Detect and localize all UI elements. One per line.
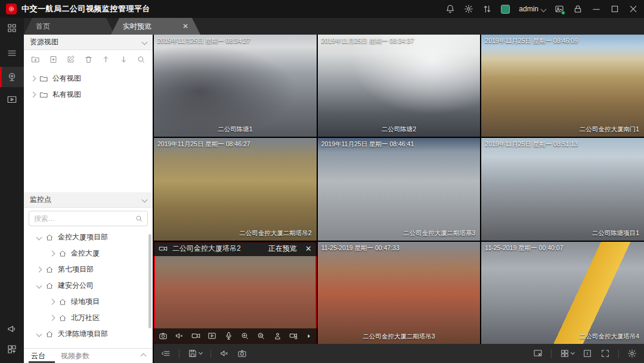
data-transfer-icon[interactable] — [482, 4, 492, 14]
video-cell[interactable]: 2019年11月25日 星期一 08:51:13 二公司陈塘项目1 — [481, 138, 644, 240]
tree-item-site[interactable]: 第七项目部 — [24, 262, 153, 278]
chevron-right-icon[interactable] — [30, 92, 36, 98]
tab-live-preview[interactable]: 实时预览 ✕ — [111, 18, 200, 35]
fullscreen-icon[interactable] — [600, 349, 610, 358]
add-view-icon[interactable] — [49, 55, 58, 64]
snapshot-icon[interactable] — [159, 331, 168, 340]
divider — [210, 349, 211, 358]
alarm-broadcast-icon[interactable] — [0, 319, 24, 339]
tree-item-site[interactable]: 金控大厦 — [24, 245, 153, 262]
chevron-right-icon[interactable] — [49, 299, 55, 305]
talk-mic-icon[interactable] — [224, 331, 233, 340]
notification-bell-icon[interactable] — [445, 4, 455, 14]
svg-text:3D: 3D — [259, 334, 264, 337]
apps-grid-icon[interactable] — [0, 18, 24, 38]
chevron-down-icon[interactable] — [36, 331, 42, 337]
chevron-right-icon[interactable] — [36, 267, 42, 273]
settings-gear-icon[interactable] — [464, 4, 473, 14]
monitor-tree: 金控大厦项目部 金控大厦 第七项目部 — [24, 229, 153, 348]
close-icon[interactable]: ✕ — [305, 244, 312, 253]
lock-icon[interactable] — [573, 4, 583, 14]
tree-item-label: 私有视图 — [52, 90, 81, 100]
video-cell[interactable]: 2019年11月25日 星期一 08:34:27 二公司陈塘1 — [154, 35, 317, 137]
mute-icon[interactable] — [175, 331, 184, 340]
tree-item-public-views[interactable]: 公有视图 — [24, 70, 153, 87]
playback-monitor-icon[interactable] — [0, 90, 24, 110]
chevron-down-icon[interactable] — [36, 235, 42, 241]
camera-label: 二公司金控大厦塔吊4 — [580, 333, 639, 341]
tree-item-private-views[interactable]: 私有视图 — [24, 87, 153, 103]
resource-view-title: 资源视图 — [30, 37, 58, 47]
chevron-right-icon[interactable] — [49, 315, 55, 321]
move-down-icon[interactable] — [119, 55, 128, 64]
resource-view-header[interactable]: 资源视图 — [24, 35, 153, 50]
close-icon[interactable] — [628, 4, 638, 14]
maximize-icon[interactable] — [610, 4, 620, 14]
video-cell[interactable]: 11-25-2019 星期一 00:47:33 二公司金控大厦二期塔吊3 — [318, 242, 481, 344]
titlebar-actions: admin — [445, 4, 638, 14]
left-panel: 资源视图 — [24, 35, 154, 363]
video-cell-selected[interactable]: 二公司金控大厦塔吊2 正在预览 ✕ — [154, 242, 317, 344]
tree-item-site[interactable]: 天津陈塘项目部 — [24, 326, 153, 342]
app-box-icon[interactable] — [501, 5, 510, 14]
more-icon[interactable] — [306, 333, 312, 339]
record-icon[interactable] — [191, 331, 200, 340]
video-cell[interactable]: 2019年11月25日 星期一 08:46:41 二公司金控大厦二期塔基3 — [318, 138, 481, 240]
tree-item-label: 第七项目部 — [58, 264, 94, 275]
chevron-right-icon[interactable] — [30, 76, 36, 82]
folder-icon — [39, 90, 48, 99]
settings-gear-icon[interactable] — [627, 349, 637, 358]
site-icon — [45, 266, 54, 274]
tree-item-site[interactable]: 绿地项目 — [24, 294, 153, 310]
menu-icon[interactable] — [0, 43, 24, 63]
preview-camera-title: 二公司金控大厦塔吊2 — [172, 244, 264, 254]
video-cell[interactable]: 2019年11月25日 星期一 08:34:37 二公司陈塘2 — [318, 35, 481, 137]
search-input[interactable] — [29, 211, 148, 226]
search-icon[interactable] — [135, 214, 143, 223]
3d-zoom-icon[interactable]: 3D — [256, 331, 265, 340]
add-folder-icon[interactable] — [31, 55, 40, 64]
user-dropdown[interactable]: admin — [519, 5, 546, 13]
move-up-icon[interactable] — [101, 55, 110, 64]
search-icon[interactable] — [137, 55, 145, 64]
titlebar: 中交一航局二公司视频监控管理平台 admin — [0, 0, 644, 18]
username: admin — [519, 5, 538, 13]
tab-video-params[interactable]: 视频参数 — [61, 351, 89, 361]
delete-icon[interactable] — [84, 55, 93, 64]
tab-home[interactable]: 首页 — [24, 18, 114, 35]
tree-item-site[interactable]: 金控大厦项目部 — [24, 229, 153, 245]
edit-icon[interactable] — [66, 55, 75, 64]
scrollbar-thumb[interactable] — [148, 234, 151, 328]
video-cell[interactable]: 2019年11月25日 星期一 08:46:09 二公司金控大厦南门1 — [481, 35, 644, 137]
video-cell[interactable]: 2019年11月25日 星期一 08:46:27 二公司金控大厦二期塔吊2 — [154, 138, 317, 240]
mute-all-icon[interactable] — [219, 349, 229, 358]
video-cell[interactable]: 11-25-2019 星期一 00:40:07 二公司金控大厦塔吊4 — [481, 242, 644, 344]
chevron-right-icon[interactable] — [49, 251, 55, 257]
layout-grid-button[interactable] — [560, 349, 574, 358]
single-screen-icon[interactable] — [583, 349, 592, 358]
camera-label: 二公司金控大厦二期塔吊3 — [363, 333, 435, 341]
screen-capture-icon[interactable] — [555, 4, 564, 14]
chevron-up-icon[interactable] — [141, 353, 147, 359]
instant-playback-icon[interactable] — [208, 331, 216, 340]
add-layout-icon[interactable] — [0, 339, 24, 359]
tab-ptz[interactable]: 云台 — [31, 351, 45, 361]
monitor-points-header[interactable]: 监控点 — [24, 192, 153, 208]
snapshot-all-icon[interactable] — [237, 349, 247, 358]
close-all-icon[interactable] — [533, 349, 543, 358]
camera-label: 二公司陈塘1 — [218, 125, 252, 134]
chevron-down-icon[interactable] — [36, 283, 42, 289]
tree-item-label: 绿地项目 — [71, 297, 100, 307]
camera-label: 二公司金控大厦二期塔吊2 — [239, 229, 311, 238]
collapse-panel-icon[interactable] — [161, 349, 171, 358]
minimize-icon[interactable] — [592, 4, 601, 14]
tree-item-site[interactable]: 建安分公司 — [24, 278, 153, 294]
ptz-capture-icon[interactable] — [289, 331, 298, 340]
live-preview-camera-icon[interactable] — [0, 67, 24, 87]
digital-zoom-icon[interactable] — [240, 331, 249, 340]
tree-item-site[interactable]: 北万社区 — [24, 310, 153, 326]
site-icon — [58, 250, 67, 258]
save-view-button[interactable] — [188, 349, 202, 358]
tab-close-icon[interactable]: ✕ — [182, 22, 188, 30]
locate-icon[interactable] — [273, 331, 282, 340]
